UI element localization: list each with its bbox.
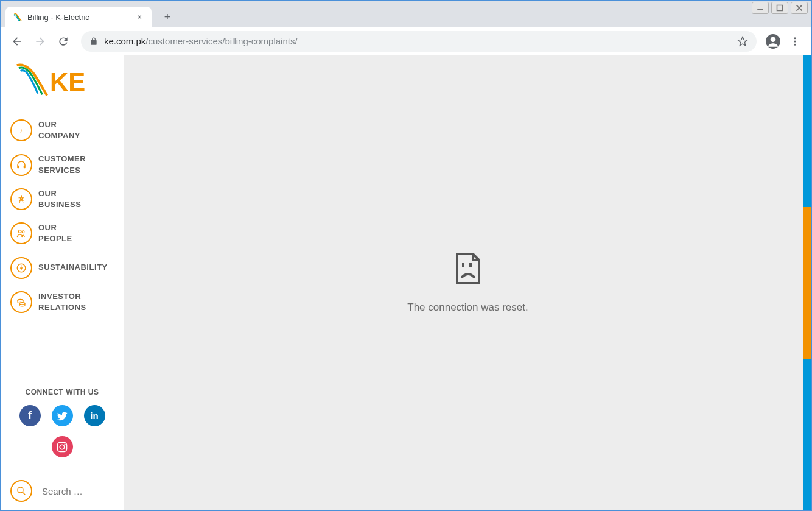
new-tab-button[interactable]: + <box>159 9 176 26</box>
rail-segment[interactable] <box>803 207 811 359</box>
browser-menu-button[interactable] <box>785 31 805 52</box>
tab-strip: Billing - K-Electric × + <box>1 1 811 27</box>
sidebar-search[interactable] <box>1 471 124 510</box>
svg-point-19 <box>18 487 23 493</box>
tab-title: Billing - K-Electric <box>27 13 131 22</box>
search-icon <box>10 480 32 502</box>
url-text: ke.com.pk/customer-services/billing-comp… <box>104 36 731 46</box>
instagram-icon[interactable] <box>52 436 73 457</box>
error-page-icon <box>453 253 483 287</box>
connect-with-us-heading: CONNECT WITH US <box>1 378 124 403</box>
bookmark-star-icon[interactable] <box>737 36 748 47</box>
ke-logo[interactable]: KE <box>1 55 124 107</box>
browser-tab[interactable]: Billing - K-Electric × <box>5 7 152 27</box>
svg-rect-0 <box>757 9 763 10</box>
window-maximize-button[interactable] <box>771 2 788 14</box>
nav-label: CUSTOMERSERVICES <box>38 153 86 175</box>
browser-toolbar: ke.com.pk/customer-services/billing-comp… <box>1 27 811 55</box>
svg-rect-20 <box>462 263 464 267</box>
nav-label: SUSTAINABILITY <box>38 262 108 273</box>
lock-icon <box>89 37 98 46</box>
url-domain: ke.com.pk <box>104 36 145 46</box>
rail-segment[interactable] <box>803 359 811 510</box>
nav-menu: i OURCOMPANY CUSTOMERSERVICES <box>1 107 124 378</box>
tab-close-button[interactable]: × <box>135 12 144 22</box>
twitter-icon[interactable] <box>52 405 73 426</box>
nav-item-our-people[interactable]: OURPEOPLE <box>1 216 124 250</box>
svg-point-12 <box>22 231 24 233</box>
svg-point-4 <box>794 37 796 39</box>
window-close-button[interactable] <box>791 2 808 14</box>
nav-item-our-company[interactable]: i OURCOMPANY <box>1 113 124 147</box>
forward-button[interactable] <box>30 31 51 52</box>
svg-point-11 <box>19 230 22 233</box>
people-icon <box>10 222 32 244</box>
sidebar: KE i OURCOMPANY CUSTOMERSERVICES <box>1 55 124 510</box>
error-message: The connection was reset. <box>407 301 528 314</box>
transmission-tower-icon <box>10 188 32 210</box>
nav-item-investor-relations[interactable]: INVESTORRELATIONS <box>1 285 124 319</box>
linkedin-icon[interactable]: in <box>84 405 105 426</box>
nav-item-customer-services[interactable]: CUSTOMERSERVICES <box>1 147 124 181</box>
window-minimize-button[interactable] <box>752 2 769 14</box>
facebook-icon[interactable]: f <box>19 405 41 426</box>
nav-label: OURCOMPANY <box>38 119 80 141</box>
svg-text:KE: KE <box>50 68 85 96</box>
nav-item-sustainability[interactable]: SUSTAINABILITY <box>1 251 124 285</box>
svg-rect-10 <box>24 165 26 168</box>
coins-icon <box>10 291 32 313</box>
social-row: f in <box>1 403 124 429</box>
svg-point-14 <box>18 299 23 301</box>
nav-label: OURBUSINESS <box>38 188 81 210</box>
address-bar[interactable]: ke.com.pk/customer-services/billing-comp… <box>81 31 757 52</box>
main-content: The connection was reset. <box>124 55 811 510</box>
svg-point-15 <box>19 302 25 304</box>
bolt-icon <box>10 257 32 279</box>
svg-rect-9 <box>17 165 19 168</box>
url-path: /customer-services/billing-complaints/ <box>145 36 297 46</box>
svg-point-6 <box>794 43 796 45</box>
profile-button[interactable] <box>764 32 782 51</box>
info-icon: i <box>10 119 32 141</box>
svg-rect-21 <box>469 263 472 267</box>
svg-rect-1 <box>777 5 783 11</box>
svg-point-18 <box>65 443 66 445</box>
svg-point-17 <box>60 445 65 449</box>
nav-item-our-business[interactable]: OURBUSINESS <box>1 182 124 216</box>
nav-label: OURPEOPLE <box>38 222 72 244</box>
tab-favicon-icon <box>13 12 23 22</box>
svg-point-5 <box>794 40 796 42</box>
nav-label: INVESTORRELATIONS <box>38 291 86 313</box>
svg-text:i: i <box>20 126 23 135</box>
headphones-icon <box>10 154 32 176</box>
back-button[interactable] <box>7 31 27 52</box>
rail-segment[interactable] <box>803 55 811 207</box>
svg-point-3 <box>771 37 776 42</box>
reload-button[interactable] <box>53 31 74 52</box>
side-color-rail <box>803 55 811 510</box>
